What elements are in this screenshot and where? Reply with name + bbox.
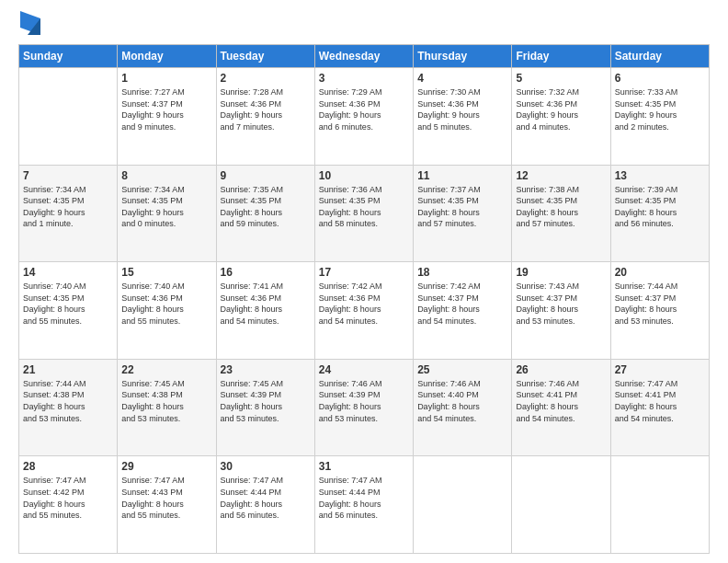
calendar-cell: 4Sunrise: 7:30 AM Sunset: 4:36 PM Daylig…: [414, 68, 512, 166]
calendar-cell: 18Sunrise: 7:42 AM Sunset: 4:37 PM Dayli…: [414, 262, 512, 360]
day-number: 5: [516, 72, 606, 85]
day-info: Sunrise: 7:47 AM Sunset: 4:41 PM Dayligh…: [615, 378, 705, 424]
day-info: Sunrise: 7:37 AM Sunset: 4:35 PM Dayligh…: [417, 184, 507, 230]
day-number: 28: [23, 460, 113, 473]
day-info: Sunrise: 7:47 AM Sunset: 4:43 PM Dayligh…: [121, 475, 211, 521]
calendar-cell: 9Sunrise: 7:35 AM Sunset: 4:35 PM Daylig…: [216, 165, 314, 262]
day-number: 17: [319, 266, 409, 279]
calendar-cell: 3Sunrise: 7:29 AM Sunset: 4:36 PM Daylig…: [314, 68, 413, 166]
day-number: 22: [121, 363, 211, 376]
day-number: 27: [615, 363, 705, 376]
day-number: 1: [121, 72, 211, 85]
day-info: Sunrise: 7:45 AM Sunset: 4:39 PM Dayligh…: [221, 378, 311, 424]
day-number: 16: [221, 266, 311, 279]
day-number: 10: [319, 169, 409, 182]
day-info: Sunrise: 7:42 AM Sunset: 4:36 PM Dayligh…: [319, 281, 409, 327]
calendar-week-4: 21Sunrise: 7:44 AM Sunset: 4:38 PM Dayli…: [19, 359, 710, 456]
day-number: 3: [319, 72, 409, 85]
day-number: 19: [516, 266, 606, 279]
calendar-cell: 7Sunrise: 7:34 AM Sunset: 4:35 PM Daylig…: [19, 165, 118, 262]
day-number: 6: [615, 72, 705, 85]
calendar-cell: 25Sunrise: 7:46 AM Sunset: 4:40 PM Dayli…: [414, 359, 512, 456]
day-number: 18: [417, 266, 507, 279]
day-info: Sunrise: 7:46 AM Sunset: 4:41 PM Dayligh…: [516, 378, 606, 424]
calendar-header-tuesday: Tuesday: [216, 45, 314, 68]
day-info: Sunrise: 7:34 AM Sunset: 4:35 PM Dayligh…: [121, 184, 211, 230]
day-info: Sunrise: 7:42 AM Sunset: 4:37 PM Dayligh…: [417, 281, 507, 327]
day-number: 2: [221, 72, 311, 85]
day-info: Sunrise: 7:33 AM Sunset: 4:35 PM Dayligh…: [615, 86, 705, 132]
day-info: Sunrise: 7:40 AM Sunset: 4:35 PM Dayligh…: [23, 281, 113, 327]
day-info: Sunrise: 7:44 AM Sunset: 4:38 PM Dayligh…: [23, 378, 113, 424]
day-info: Sunrise: 7:29 AM Sunset: 4:36 PM Dayligh…: [319, 86, 409, 132]
day-info: Sunrise: 7:27 AM Sunset: 4:37 PM Dayligh…: [121, 86, 211, 132]
calendar-cell: 24Sunrise: 7:46 AM Sunset: 4:39 PM Dayli…: [314, 359, 413, 456]
calendar-cell: 10Sunrise: 7:36 AM Sunset: 4:35 PM Dayli…: [314, 165, 413, 262]
day-number: 20: [615, 266, 705, 279]
calendar-cell: 30Sunrise: 7:47 AM Sunset: 4:44 PM Dayli…: [216, 456, 314, 554]
day-info: Sunrise: 7:38 AM Sunset: 4:35 PM Dayligh…: [516, 184, 606, 230]
day-number: 4: [417, 72, 507, 85]
calendar-cell: 8Sunrise: 7:34 AM Sunset: 4:35 PM Daylig…: [118, 165, 216, 262]
day-info: Sunrise: 7:41 AM Sunset: 4:36 PM Dayligh…: [221, 281, 311, 327]
calendar-cell: 17Sunrise: 7:42 AM Sunset: 4:36 PM Dayli…: [314, 262, 413, 360]
calendar-cell: 14Sunrise: 7:40 AM Sunset: 4:35 PM Dayli…: [19, 262, 118, 360]
calendar-cell: 5Sunrise: 7:32 AM Sunset: 4:36 PM Daylig…: [512, 68, 610, 166]
day-info: Sunrise: 7:46 AM Sunset: 4:39 PM Dayligh…: [319, 378, 409, 424]
calendar-header-wednesday: Wednesday: [314, 45, 413, 68]
day-info: Sunrise: 7:35 AM Sunset: 4:35 PM Dayligh…: [221, 184, 311, 230]
calendar-cell: 26Sunrise: 7:46 AM Sunset: 4:41 PM Dayli…: [512, 359, 610, 456]
day-number: 29: [121, 460, 211, 473]
calendar-cell: 21Sunrise: 7:44 AM Sunset: 4:38 PM Dayli…: [19, 359, 118, 456]
day-info: Sunrise: 7:32 AM Sunset: 4:36 PM Dayligh…: [516, 86, 606, 132]
day-info: Sunrise: 7:47 AM Sunset: 4:42 PM Dayligh…: [23, 475, 113, 521]
calendar-header-friday: Friday: [512, 45, 610, 68]
day-number: 13: [615, 169, 705, 182]
calendar-cell: 20Sunrise: 7:44 AM Sunset: 4:37 PM Dayli…: [610, 262, 709, 360]
day-info: Sunrise: 7:47 AM Sunset: 4:44 PM Dayligh…: [319, 475, 409, 521]
calendar-cell: 11Sunrise: 7:37 AM Sunset: 4:35 PM Dayli…: [414, 165, 512, 262]
day-info: Sunrise: 7:36 AM Sunset: 4:35 PM Dayligh…: [319, 184, 409, 230]
calendar-cell: [414, 456, 512, 554]
calendar-week-2: 7Sunrise: 7:34 AM Sunset: 4:35 PM Daylig…: [19, 165, 710, 262]
day-info: Sunrise: 7:28 AM Sunset: 4:36 PM Dayligh…: [221, 86, 311, 132]
calendar-cell: 27Sunrise: 7:47 AM Sunset: 4:41 PM Dayli…: [610, 359, 709, 456]
calendar-cell: 16Sunrise: 7:41 AM Sunset: 4:36 PM Dayli…: [216, 262, 314, 360]
day-number: 31: [319, 460, 409, 473]
calendar-week-1: 1Sunrise: 7:27 AM Sunset: 4:37 PM Daylig…: [19, 68, 710, 166]
day-number: 21: [23, 363, 113, 376]
calendar-cell: [610, 456, 709, 554]
calendar-week-3: 14Sunrise: 7:40 AM Sunset: 4:35 PM Dayli…: [19, 262, 710, 360]
day-info: Sunrise: 7:46 AM Sunset: 4:40 PM Dayligh…: [417, 378, 507, 424]
day-info: Sunrise: 7:47 AM Sunset: 4:44 PM Dayligh…: [221, 475, 311, 521]
day-number: 11: [417, 169, 507, 182]
calendar-week-5: 28Sunrise: 7:47 AM Sunset: 4:42 PM Dayli…: [19, 456, 710, 554]
day-number: 14: [23, 266, 113, 279]
day-info: Sunrise: 7:45 AM Sunset: 4:38 PM Dayligh…: [121, 378, 211, 424]
day-info: Sunrise: 7:39 AM Sunset: 4:35 PM Dayligh…: [615, 184, 705, 230]
calendar-cell: 13Sunrise: 7:39 AM Sunset: 4:35 PM Dayli…: [610, 165, 709, 262]
calendar-cell: [512, 456, 610, 554]
calendar-header-monday: Monday: [118, 45, 216, 68]
calendar-cell: 15Sunrise: 7:40 AM Sunset: 4:36 PM Dayli…: [118, 262, 216, 360]
calendar-cell: 28Sunrise: 7:47 AM Sunset: 4:42 PM Dayli…: [19, 456, 118, 554]
day-number: 15: [121, 266, 211, 279]
day-info: Sunrise: 7:34 AM Sunset: 4:35 PM Dayligh…: [23, 184, 113, 230]
calendar-cell: 1Sunrise: 7:27 AM Sunset: 4:37 PM Daylig…: [118, 68, 216, 166]
day-number: 30: [221, 460, 311, 473]
day-number: 23: [221, 363, 311, 376]
calendar-cell: 22Sunrise: 7:45 AM Sunset: 4:38 PM Dayli…: [118, 359, 216, 456]
day-info: Sunrise: 7:44 AM Sunset: 4:37 PM Dayligh…: [615, 281, 705, 327]
calendar-cell: 6Sunrise: 7:33 AM Sunset: 4:35 PM Daylig…: [610, 68, 709, 166]
day-info: Sunrise: 7:43 AM Sunset: 4:37 PM Dayligh…: [516, 281, 606, 327]
calendar-cell: 2Sunrise: 7:28 AM Sunset: 4:36 PM Daylig…: [216, 68, 314, 166]
calendar-cell: 19Sunrise: 7:43 AM Sunset: 4:37 PM Dayli…: [512, 262, 610, 360]
calendar-header-saturday: Saturday: [610, 45, 709, 68]
day-number: 9: [221, 169, 311, 182]
header: [18, 15, 710, 35]
day-number: 7: [23, 169, 113, 182]
calendar-header-thursday: Thursday: [414, 45, 512, 68]
day-info: Sunrise: 7:40 AM Sunset: 4:36 PM Dayligh…: [121, 281, 211, 327]
day-number: 26: [516, 363, 606, 376]
day-info: Sunrise: 7:30 AM Sunset: 4:36 PM Dayligh…: [417, 86, 507, 132]
